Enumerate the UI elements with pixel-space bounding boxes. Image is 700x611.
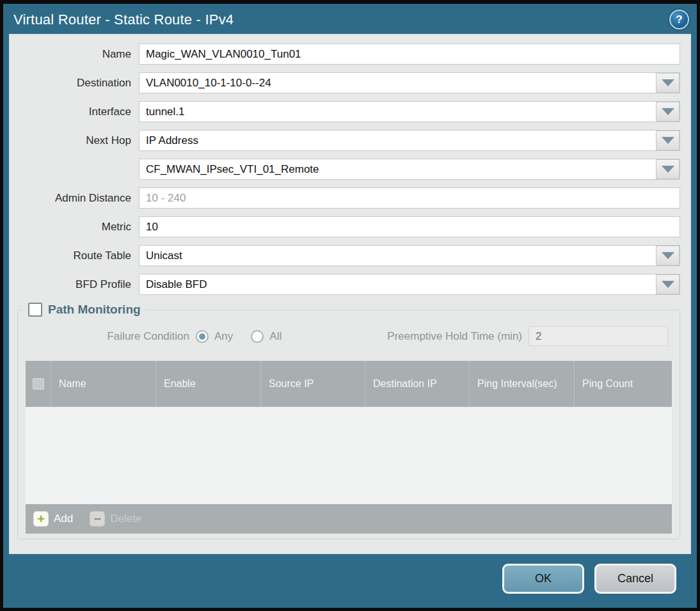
chevron-down-icon	[662, 137, 674, 144]
interface-label: Interface	[15, 106, 139, 118]
column-header-enable: Enable	[156, 361, 261, 407]
form-row-admin-distance: Admin Distance	[15, 187, 680, 209]
form-row-route-table: Route Table	[15, 245, 680, 266]
path-monitoring-group: Path Monitoring Failure Condition Any Al…	[17, 303, 680, 539]
add-button[interactable]: + Add	[33, 511, 73, 527]
form-row-destination: Destination	[15, 72, 680, 93]
table-toolbar: + Add − Delete	[26, 504, 672, 534]
next-hop-field-wrap	[139, 130, 680, 151]
destination-dropdown-button[interactable]	[656, 73, 680, 93]
radio-all-label: All	[269, 330, 282, 343]
name-field-wrap	[139, 44, 680, 65]
destination-field-wrap	[139, 72, 680, 93]
name-label: Name	[15, 48, 139, 61]
interface-dropdown-button[interactable]	[656, 102, 680, 122]
failure-condition-option-all: All	[251, 330, 282, 343]
dialog-content: Name Destination Interface	[9, 34, 691, 554]
next-hop-value-field-wrap	[139, 159, 680, 180]
chevron-down-icon	[662, 166, 674, 173]
bfd-profile-label: BFD Profile	[15, 278, 139, 291]
path-monitoring-table: Name Enable Source IP Destination IP Pin…	[26, 361, 672, 534]
static-route-dialog: Virtual Router - Static Route - IPv4 ? N…	[3, 4, 697, 608]
table-header-row: Name Enable Source IP Destination IP Pin…	[26, 361, 672, 407]
interface-input[interactable]	[139, 101, 680, 122]
minus-icon: −	[90, 511, 105, 527]
column-header-name: Name	[51, 361, 156, 407]
route-table-label: Route Table	[15, 250, 139, 262]
form-row-bfd-profile: BFD Profile	[15, 274, 680, 295]
column-header-destination-ip: Destination IP	[365, 361, 470, 407]
route-table-dropdown-button[interactable]	[656, 246, 680, 266]
radio-any-label: Any	[214, 330, 233, 343]
destination-input[interactable]	[139, 72, 680, 93]
ok-button[interactable]: OK	[502, 564, 584, 594]
table-header-checkbox-cell	[26, 361, 51, 407]
path-monitoring-legend: Path Monitoring	[23, 303, 146, 317]
next-hop-address-dropdown-button[interactable]	[656, 159, 680, 179]
page-title: Virtual Router - Static Route - IPv4	[3, 4, 697, 28]
column-header-ping-count: Ping Count	[575, 361, 672, 407]
add-button-label: Add	[54, 512, 73, 525]
column-header-source-ip: Source IP	[261, 361, 365, 407]
bfd-profile-dropdown-button[interactable]	[656, 274, 680, 294]
next-hop-dropdown-button[interactable]	[656, 131, 680, 150]
next-hop-address-input[interactable]	[139, 159, 680, 180]
route-table-field-wrap	[139, 245, 680, 266]
failure-condition-option-any: Any	[196, 330, 233, 343]
path-monitoring-title: Path Monitoring	[48, 303, 141, 317]
bfd-profile-input[interactable]	[139, 274, 680, 295]
route-table-input[interactable]	[139, 245, 680, 266]
chevron-down-icon	[662, 252, 674, 259]
chevron-down-icon	[662, 108, 674, 115]
radio-any	[196, 330, 209, 343]
chevron-down-icon	[662, 79, 674, 86]
radio-all	[251, 330, 264, 343]
metric-label: Metric	[15, 221, 139, 234]
select-all-checkbox	[33, 378, 44, 390]
failure-condition-row: Failure Condition Any All Preemptive Hol…	[18, 326, 680, 347]
form-row-interface: Interface	[15, 101, 680, 122]
help-icon[interactable]: ?	[669, 10, 689, 29]
column-header-ping-interval: Ping Interval(sec)	[470, 361, 575, 407]
bfd-profile-field-wrap	[139, 274, 680, 295]
name-input[interactable]	[139, 44, 680, 65]
interface-field-wrap	[139, 101, 680, 122]
title-bar: Virtual Router - Static Route - IPv4 ?	[3, 4, 697, 34]
preemptive-hold-time-input	[529, 326, 668, 346]
admin-distance-label: Admin Distance	[15, 192, 139, 205]
admin-distance-field-wrap	[139, 187, 680, 209]
delete-button-label: Delete	[110, 512, 141, 525]
form-row-next-hop: Next Hop	[15, 130, 680, 151]
preemptive-hold-time-label: Preemptive Hold Time (min)	[387, 330, 529, 343]
failure-condition-label: Failure Condition	[18, 330, 196, 343]
form-row-metric: Metric	[15, 216, 680, 237]
radio-selected-dot	[199, 333, 205, 340]
cancel-button[interactable]: Cancel	[594, 564, 676, 594]
next-hop-type-input[interactable]	[139, 130, 680, 151]
table-body	[26, 407, 672, 504]
metric-field-wrap	[139, 216, 680, 237]
form-row-name: Name	[15, 44, 680, 65]
path-monitoring-checkbox[interactable]	[28, 303, 42, 317]
next-hop-label: Next Hop	[15, 134, 139, 147]
destination-label: Destination	[15, 77, 139, 90]
delete-button: − Delete	[90, 511, 141, 527]
plus-icon: +	[33, 511, 49, 527]
metric-input[interactable]	[139, 216, 680, 237]
chevron-down-icon	[662, 281, 674, 288]
form-row-next-hop-value	[15, 159, 680, 180]
admin-distance-input[interactable]	[139, 187, 680, 209]
